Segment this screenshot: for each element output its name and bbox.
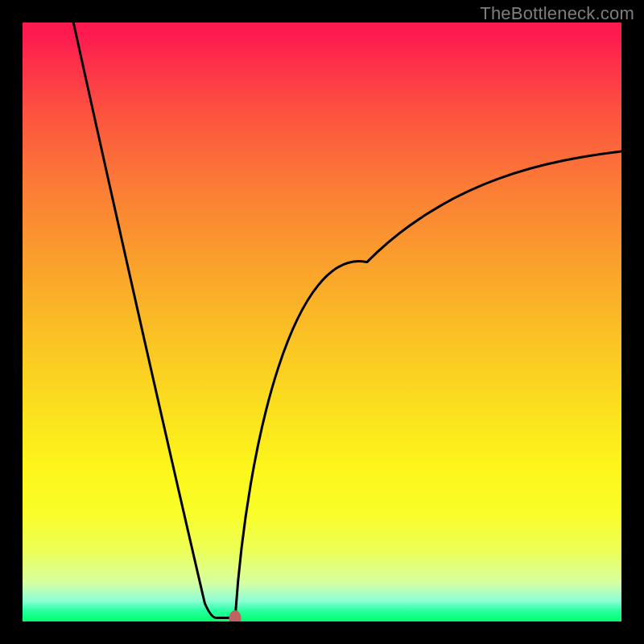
optimum-marker [229, 610, 242, 621]
watermark-text: TheBottleneck.com [480, 3, 634, 24]
plot-area [23, 23, 621, 621]
chart-frame: TheBottleneck.com [0, 0, 644, 644]
bottleneck-curve [23, 23, 621, 621]
